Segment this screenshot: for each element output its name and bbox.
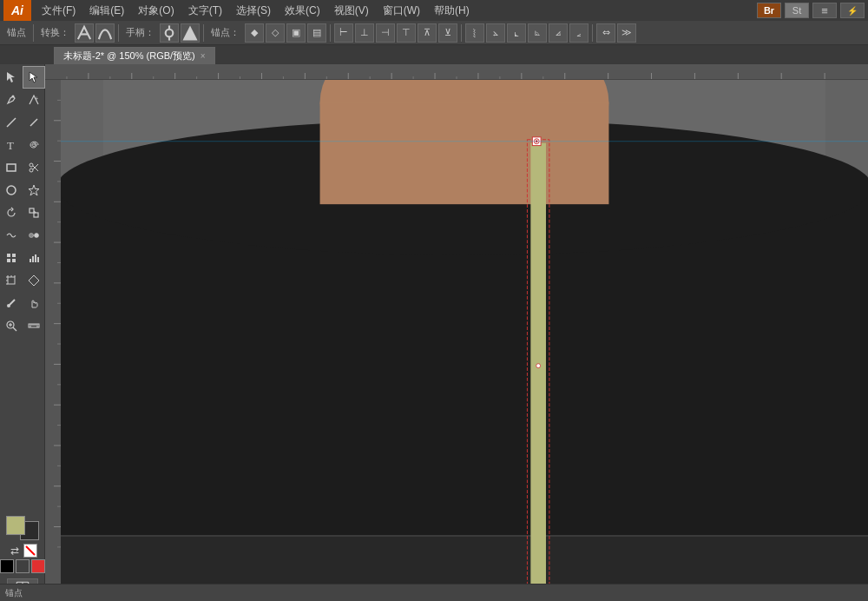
star-tool[interactable] [23, 179, 45, 201]
ellipse-tool[interactable] [0, 179, 23, 201]
stock-btn[interactable]: St [785, 3, 809, 18]
menu-file[interactable]: 文件(F) [35, 2, 82, 20]
menu-object[interactable]: 对象(O) [131, 2, 181, 20]
eyedropper-tool[interactable] [0, 292, 23, 314]
menu-effect[interactable]: 效果(C) [278, 2, 327, 20]
rotate-tool[interactable] [0, 201, 23, 224]
menu-edit[interactable]: 编辑(E) [82, 2, 131, 20]
menu-help[interactable]: 帮助(H) [427, 2, 477, 20]
tab-document[interactable]: 未标题-2* @ 150% (RGB/预览) × [54, 47, 215, 64]
anchor-btn-2[interactable]: ◇ [266, 23, 285, 43]
menu-text[interactable]: 文字(T) [181, 2, 229, 20]
sep5 [461, 24, 462, 42]
scissors-tool[interactable] [23, 156, 45, 179]
measure-tool[interactable] [23, 314, 45, 337]
scale-tool[interactable] [23, 201, 45, 224]
pen-tool[interactable] [0, 89, 23, 111]
svg-text:+: + [35, 96, 38, 102]
options-toolbar: 锚点 转换： 手柄： 锚点： ◆ ◇ ▣ ▤ ⊢ ⊥ ⊣ ⊤ ⊼ ⊻ ⦚ ⦛ ⦜… [0, 21, 868, 45]
type-tool[interactable]: T [0, 134, 23, 156]
pencil-tool[interactable] [23, 111, 45, 134]
svg-point-12 [30, 163, 33, 167]
tool-row-rect [0, 156, 45, 179]
svg-rect-24 [7, 254, 10, 257]
gray-swatch[interactable] [16, 559, 30, 573]
svg-rect-32 [8, 277, 15, 284]
dist-top[interactable]: ⦝ [528, 23, 547, 43]
anchor-btn-1[interactable]: ◆ [245, 23, 264, 43]
line-tool[interactable] [0, 111, 23, 134]
svg-line-43 [13, 327, 16, 331]
dist-left[interactable]: ⦚ [465, 23, 484, 43]
graph-tool[interactable] [23, 247, 45, 269]
convert-btn-1[interactable] [75, 23, 94, 43]
sep1 [33, 24, 34, 42]
transform-btn[interactable]: ⇔ [596, 23, 615, 43]
zoom-tool[interactable] [0, 314, 23, 337]
svg-rect-29 [32, 256, 34, 262]
sep2 [118, 24, 119, 42]
dist-bottom[interactable]: ⦟ [569, 23, 589, 43]
ruler-left [45, 80, 61, 584]
rect-tool[interactable] [0, 156, 23, 179]
bridge-btn[interactable]: Br [757, 3, 781, 18]
foreground-swatch[interactable] [6, 516, 25, 535]
tool-row-line [0, 111, 45, 134]
direct-select-tool[interactable] [23, 66, 45, 89]
tool-row-warp [0, 224, 45, 247]
tab-label: 未标题-2* @ 150% (RGB/预览) [63, 50, 195, 63]
swap-icon[interactable]: ⇄ [8, 544, 22, 558]
svg-line-52 [26, 546, 35, 555]
menu-window[interactable]: 窗口(W) [376, 2, 427, 20]
svg-rect-87 [45, 80, 61, 584]
menu-right-buttons: Br St ≡ ⚡ [757, 3, 865, 18]
swatch-row-main [6, 516, 39, 540]
tab-bar: 未标题-2* @ 150% (RGB/预览) × [0, 45, 868, 64]
artwork-svg [61, 80, 868, 584]
dist-right[interactable]: ⦜ [507, 23, 526, 43]
menu-select[interactable]: 选择(S) [229, 2, 278, 20]
svg-rect-25 [12, 254, 16, 257]
align-center-v[interactable]: ⊼ [418, 23, 437, 43]
align-top[interactable]: ⊤ [397, 23, 416, 43]
anchor-btn-4[interactable]: ▤ [307, 23, 326, 43]
convert-btn-2[interactable] [95, 23, 115, 43]
extra-btn[interactable]: ≫ [617, 23, 636, 43]
align-bottom[interactable]: ⊻ [438, 23, 457, 43]
align-left[interactable]: ⊢ [334, 23, 353, 43]
app-logo: Ai [3, 0, 31, 21]
symbol-tool[interactable] [0, 247, 23, 269]
menu-bar: Ai 文件(F) 编辑(E) 对象(O) 文字(T) 选择(S) 效果(C) 视… [0, 0, 868, 21]
add-anchor-tool[interactable]: + [23, 89, 45, 111]
hand-tool[interactable] [23, 292, 45, 314]
slice-tool[interactable] [23, 269, 45, 292]
align-right[interactable]: ⊣ [376, 23, 395, 43]
anchor-label: 锚点 [3, 26, 30, 39]
blend-tool[interactable] [23, 224, 45, 247]
svg-marker-6 [30, 72, 37, 83]
spiral-tool[interactable] [23, 134, 45, 156]
warp-tool[interactable] [0, 224, 23, 247]
tab-close-btn[interactable]: × [201, 51, 206, 61]
svg-marker-5 [7, 72, 15, 83]
flash-btn[interactable]: ⚡ [840, 3, 865, 18]
select-tool[interactable] [0, 66, 23, 89]
handle-btn-1[interactable] [160, 23, 179, 43]
tool-row-ellipse [0, 179, 45, 201]
dist-center-v[interactable]: ⦞ [549, 23, 568, 43]
red-swatch[interactable] [31, 559, 45, 573]
align-center-h[interactable]: ⊥ [355, 23, 374, 43]
handle-btn-2[interactable] [181, 23, 200, 43]
svg-marker-4 [182, 25, 197, 40]
anchorpt-label: 锚点： [207, 26, 243, 39]
dist-center-h[interactable]: ⦛ [486, 23, 505, 43]
svg-rect-28 [30, 259, 31, 262]
grid-btn[interactable]: ≡ [812, 3, 837, 18]
none-icon[interactable] [23, 544, 37, 558]
status-bar: 锚点 [0, 584, 868, 601]
anchor-btn-3[interactable]: ▣ [286, 23, 306, 43]
black-swatch[interactable] [0, 559, 14, 573]
menu-view[interactable]: 视图(V) [327, 2, 376, 20]
left-toolbar: + T [0, 64, 45, 601]
artboard-tool[interactable] [0, 269, 23, 292]
